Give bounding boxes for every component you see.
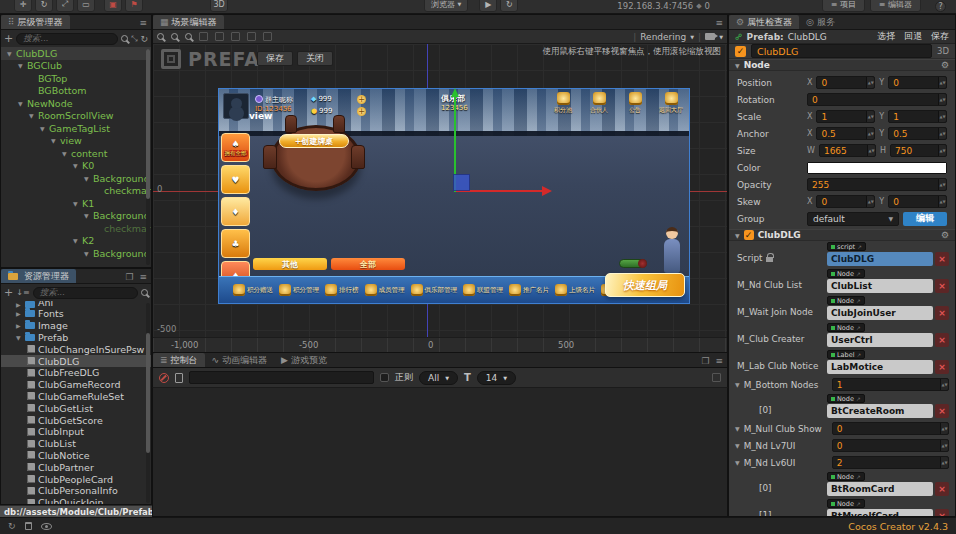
game-tag-tile[interactable]: ♣ [221, 229, 250, 258]
node-section-header[interactable]: ▼ Node ⚙ [729, 59, 955, 71]
remove-button[interactable]: × [935, 482, 949, 496]
eye-icon[interactable] [41, 523, 52, 530]
log-level-dropdown[interactable]: All▼ [419, 371, 458, 385]
group-edit-button[interactable]: 编辑 [903, 212, 947, 226]
expand-arrow-icon[interactable]: ▼ [40, 125, 49, 132]
tree-node[interactable]: ▼content [1, 147, 151, 160]
search-icon[interactable] [121, 35, 128, 42]
avatar[interactable] [223, 93, 249, 119]
skew-y-input[interactable]: 0▲▼ [888, 195, 947, 208]
tree-node[interactable]: checkmark [1, 222, 151, 235]
asset-item[interactable]: ClubGameRecord [1, 379, 151, 391]
anchor-tool-icon[interactable]: ⚑ [125, 0, 143, 12]
remove-button[interactable]: × [935, 333, 949, 347]
gear-icon[interactable]: ⚙ [941, 230, 949, 240]
reference-field[interactable]: BtRoomCard [827, 482, 933, 496]
tree-node[interactable]: BGBottom [1, 85, 151, 98]
rendering-dropdown[interactable]: Rendering [640, 32, 686, 42]
tab-all[interactable]: 全部 [331, 258, 405, 270]
stepper-icon[interactable]: ▲▼ [940, 440, 948, 451]
play-button[interactable]: ▶ [479, 0, 497, 12]
assets-search-input[interactable]: 搜索... [33, 287, 138, 299]
rotation-input[interactable]: 0▲▼ [807, 93, 947, 106]
tree-node[interactable]: ▼K0 [1, 160, 151, 173]
rect-tool-icon[interactable]: ▭ [77, 0, 95, 12]
node-name-input[interactable]: ClubDLG [751, 44, 932, 58]
sync-icon[interactable]: ↻ [8, 521, 16, 531]
tree-node[interactable]: ▼Background [1, 210, 151, 223]
expand-arrow-icon[interactable]: ▼ [51, 137, 60, 144]
tree-node[interactable]: ▼ClubDLG [1, 47, 151, 60]
tree-node[interactable]: ▼K2 [1, 235, 151, 248]
expand-arrow-icon[interactable]: ▼ [73, 237, 82, 244]
tree-node[interactable]: ▼view [1, 135, 151, 148]
3d-mode-button[interactable]: 3D [210, 0, 228, 12]
tree-node[interactable]: ▼GameTagList [1, 122, 151, 135]
dock-icon[interactable]: ❐ [125, 272, 133, 282]
reference-field[interactable]: UserCtrl [827, 333, 933, 347]
asset-item[interactable]: ClubPersonalInfo [1, 485, 151, 497]
panel-menu-icon[interactable]: ≡ [715, 356, 723, 366]
asset-item[interactable]: ▶Image [1, 320, 151, 332]
reference-field[interactable]: ClubList [827, 279, 933, 293]
asset-item[interactable]: ClubQuickJoin [1, 497, 151, 504]
font-size-dropdown[interactable]: 14▼ [477, 371, 516, 385]
reference-field[interactable]: BtCreateRoom [827, 404, 933, 418]
club-menu-item[interactable]: 推广名片 [509, 284, 549, 296]
size-w-input[interactable]: 1665▲▼ [819, 144, 876, 157]
zoom-reset-icon[interactable] [185, 33, 192, 40]
position-x-input[interactable]: 0▲▼ [816, 76, 875, 89]
remove-button[interactable]: × [935, 279, 949, 293]
expand-arrow-icon[interactable]: ▼ [73, 200, 82, 207]
log-file-icon[interactable] [175, 373, 183, 383]
expand-arrow-icon[interactable]: ▼ [29, 112, 38, 119]
expand-arrow-icon[interactable]: ▼ [84, 175, 93, 182]
sort-icon[interactable]: ↓≡ [16, 288, 29, 297]
group-dropdown[interactable]: default▼ [807, 212, 899, 226]
club-topbar-button[interactable]: 公告 [621, 92, 649, 115]
club-menu-item[interactable]: 联盟管理 [463, 284, 503, 296]
refresh-button[interactable]: ↻ [500, 0, 518, 12]
regex-checkbox[interactable] [380, 373, 389, 382]
component-section-header[interactable]: ▼ ✓ ClubDLG ⚙ [729, 229, 955, 241]
align-icon[interactable] [199, 32, 208, 41]
asset-item[interactable]: ClubFreeDLG [1, 367, 151, 379]
club-topbar-button[interactable]: 积分池 [549, 92, 577, 115]
expand-arrow-icon[interactable]: ▼ [18, 100, 27, 107]
club-menu-item[interactable]: 积分管理 [279, 284, 319, 296]
reference-field[interactable]: LabMotice [827, 360, 933, 374]
camera-icon[interactable] [705, 33, 715, 40]
add-diamond-button[interactable]: + [357, 95, 366, 104]
expand-arrow-icon[interactable]: ▼ [18, 62, 27, 69]
console-filter-input[interactable] [189, 371, 374, 384]
open-editor-button[interactable]: ≡ 编辑器 [870, 0, 921, 12]
dock-icon[interactable]: ❐ [701, 356, 709, 366]
game-tag-tile[interactable]: ♥ [221, 165, 250, 194]
prefab-select-button[interactable]: 选择 [877, 30, 895, 43]
prefab-revert-button[interactable]: 回退 [904, 30, 922, 43]
tree-node[interactable]: ▼Background [1, 172, 151, 185]
gear-icon[interactable]: ⚙ [941, 60, 949, 70]
collapse-arrow-icon[interactable]: ▼ [735, 425, 740, 432]
expand-arrow-icon[interactable]: ▼ [62, 150, 71, 157]
asset-item[interactable]: ClubDLG [1, 355, 151, 367]
collapse-icon[interactable] [712, 373, 721, 382]
mode-toggle[interactable] [619, 259, 647, 268]
club-topbar-button[interactable]: 返回大厅 [657, 92, 685, 115]
tree-node[interactable]: ▼RoomScrollView [1, 110, 151, 123]
asset-item[interactable]: ClubGameRuleSet [1, 391, 151, 403]
refresh-icon[interactable]: ↻ [140, 34, 148, 44]
align-icon[interactable] [263, 32, 272, 41]
align-icon[interactable] [215, 32, 224, 41]
expand-arrow-icon[interactable]: ▼ [73, 162, 82, 169]
asset-item[interactable]: ClubInput [1, 426, 151, 438]
tab-assets[interactable]: 资源管理器 [1, 269, 76, 283]
reference-field[interactable]: BtMyselfCard [827, 509, 933, 517]
array-size-input[interactable]: 2▲▼ [832, 456, 949, 469]
help-button[interactable]: ? [935, 1, 946, 12]
gizmo-xy-handle[interactable] [453, 174, 470, 191]
asset-item[interactable]: ▶Ani [1, 301, 151, 308]
prefab-close-button[interactable]: 关闭 [297, 51, 333, 66]
tree-node[interactable]: ▼Background [1, 247, 151, 260]
tree-node[interactable]: ▼BGClub [1, 60, 151, 73]
